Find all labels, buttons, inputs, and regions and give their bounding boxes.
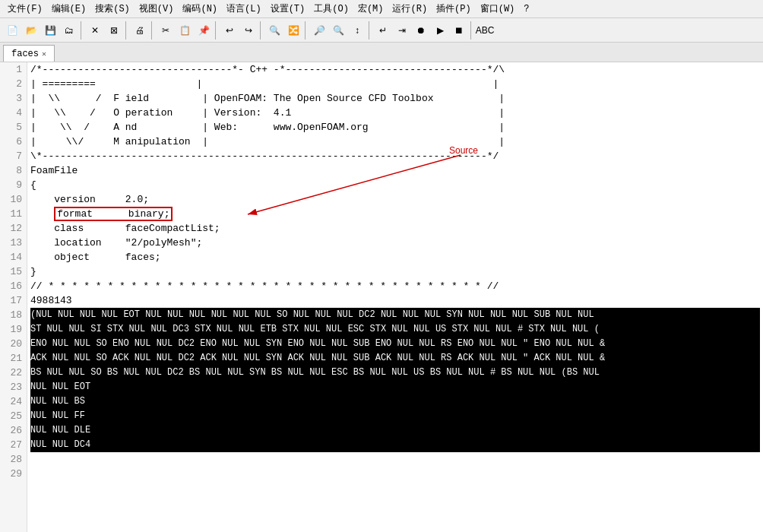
toolbar-close-all[interactable]: ⊠ bbox=[105, 21, 123, 40]
line-num-7: 7 bbox=[5, 149, 22, 163]
code-line-7: \*--------------------------------------… bbox=[30, 149, 760, 163]
code-line-29: NUL NUL DC4 bbox=[30, 438, 760, 452]
line-num-23: 23 bbox=[5, 380, 22, 394]
sep8 bbox=[470, 21, 473, 40]
code-line-20: (NUL NUL NUL NUL EOT NUL NUL NUL NUL NUL… bbox=[30, 308, 760, 322]
tab-close-button[interactable]: ✕ bbox=[42, 49, 46, 59]
toolbar-find[interactable]: 🔍 bbox=[265, 21, 283, 40]
line-num-25: 25 bbox=[5, 409, 22, 423]
toolbar-macro-play[interactable]: ▶ bbox=[431, 21, 449, 40]
line-num-21: 21 bbox=[5, 351, 22, 366]
format-boxed: format binary; bbox=[54, 207, 173, 221]
toolbar-save[interactable]: 💾 bbox=[41, 21, 59, 40]
menu-settings[interactable]: 设置(T) bbox=[266, 1, 310, 17]
toolbar-close[interactable]: ✕ bbox=[86, 21, 104, 40]
code-line-1: /*--------------------------------*- C++… bbox=[30, 62, 760, 77]
line-num-27: 27 bbox=[5, 438, 22, 452]
line-num-13: 13 bbox=[5, 236, 22, 250]
code-line-28: NUL NUL DLE bbox=[30, 423, 760, 438]
sep3 bbox=[151, 21, 154, 40]
code-line-25: NUL NUL EOT bbox=[30, 380, 760, 394]
tab-label: faces bbox=[11, 49, 39, 59]
toolbar-print[interactable]: 🖨 bbox=[131, 21, 149, 40]
menu-edit[interactable]: 编辑(E) bbox=[47, 1, 91, 17]
toolbar-save-all[interactable]: 🗂 bbox=[60, 21, 78, 40]
line-num-18: 18 bbox=[5, 308, 22, 322]
code-line-3: | \\ / F ield | OpenFOAM: The Open Sourc… bbox=[30, 91, 760, 106]
code-line-26: NUL NUL BS bbox=[30, 394, 760, 409]
format-pre bbox=[30, 208, 54, 220]
code-line-22: ENO NUL NUL SO ENO NUL NUL DC2 ENO NUL N… bbox=[30, 337, 760, 351]
code-line-9: { bbox=[30, 178, 760, 192]
code-line-14: object faces; bbox=[30, 250, 760, 264]
code-line-13: location "2/polyMesh"; bbox=[30, 236, 760, 250]
menu-run[interactable]: 运行(R) bbox=[388, 1, 432, 17]
line-num-9: 9 bbox=[5, 178, 22, 192]
menubar: 文件(F) 编辑(E) 搜索(S) 视图(V) 编码(N) 语言(L) 设置(T… bbox=[0, 0, 763, 18]
toolbar-redo[interactable]: ↪ bbox=[239, 21, 258, 40]
toolbar-zoom-in[interactable]: 🔎 bbox=[310, 21, 328, 40]
toolbar-copy[interactable]: 📋 bbox=[176, 21, 194, 40]
toolbar-sync-scroll[interactable]: ↕ bbox=[348, 21, 366, 40]
code-line-12: class faceCompactList; bbox=[30, 221, 760, 236]
menu-help[interactable]: ? bbox=[519, 2, 533, 16]
menu-search[interactable]: 搜索(S) bbox=[90, 1, 135, 17]
code-line-10: version 2.0; bbox=[30, 192, 760, 207]
line-num-2: 2 bbox=[5, 77, 22, 91]
code-line-2: | ========= | | bbox=[30, 77, 760, 91]
editor-wrapper: /*--------------------------------*- C++… bbox=[27, 62, 763, 532]
sep7 bbox=[369, 21, 372, 40]
toolbar-zoom-out[interactable]: 🔍 bbox=[329, 21, 347, 40]
line-num-20: 20 bbox=[5, 337, 22, 351]
line-num-24: 24 bbox=[5, 394, 22, 409]
line-num-5: 5 bbox=[5, 120, 22, 135]
toolbar-macro-record[interactable]: ⏺ bbox=[412, 21, 430, 40]
toolbar-abc[interactable]: ABC bbox=[476, 21, 494, 40]
toolbar-undo[interactable]: ↩ bbox=[220, 21, 239, 40]
sep6 bbox=[305, 21, 308, 40]
line-num-8: 8 bbox=[5, 163, 22, 178]
menu-file[interactable]: 文件(F) bbox=[3, 1, 47, 17]
toolbar-open[interactable]: 📂 bbox=[22, 21, 40, 40]
code-line-23: ACK NUL NUL SO ACK NUL NUL DC2 ACK NUL N… bbox=[30, 351, 760, 366]
sep4 bbox=[215, 21, 218, 40]
line-num-17: 17 bbox=[5, 293, 22, 308]
menu-view[interactable]: 视图(V) bbox=[135, 1, 179, 17]
menu-window[interactable]: 窗口(W) bbox=[476, 1, 520, 17]
toolbar-paste[interactable]: 📌 bbox=[195, 21, 213, 40]
line-num-16: 16 bbox=[5, 279, 22, 293]
code-line-15: } bbox=[30, 264, 760, 279]
menu-language[interactable]: 语言(L) bbox=[222, 1, 266, 17]
tabbar: faces ✕ bbox=[0, 43, 763, 62]
line-num-11: 11 bbox=[5, 207, 22, 221]
toolbar-replace[interactable]: 🔀 bbox=[284, 21, 302, 40]
sep5 bbox=[260, 21, 263, 40]
line-num-22: 22 bbox=[5, 366, 22, 380]
line-num-14: 14 bbox=[5, 250, 22, 264]
sep2 bbox=[125, 21, 128, 40]
menu-encoding[interactable]: 编码(N) bbox=[178, 1, 222, 17]
code-line-24: BS NUL NUL SO BS NUL NUL DC2 BS NUL NUL … bbox=[30, 366, 760, 380]
code-line-4: | \\ / O peration | Version: 4.1 | bbox=[30, 106, 760, 120]
toolbar-new[interactable]: 📄 bbox=[3, 21, 21, 40]
line-num-4: 4 bbox=[5, 106, 22, 120]
code-line-27: NUL NUL FF bbox=[30, 409, 760, 423]
code-line-19: 4988143 bbox=[30, 293, 760, 308]
code-area[interactable]: /*--------------------------------*- C++… bbox=[27, 62, 763, 452]
code-line-8: FoamFile bbox=[30, 163, 760, 178]
toolbar-wrap[interactable]: ↵ bbox=[374, 21, 392, 40]
line-num-10: 10 bbox=[5, 192, 22, 207]
line-num-12: 12 bbox=[5, 221, 22, 236]
menu-tools[interactable]: 工具(O) bbox=[309, 1, 353, 17]
toolbar-macro-stop[interactable]: ⏹ bbox=[450, 21, 468, 40]
line-num-3: 3 bbox=[5, 91, 22, 106]
menu-macro[interactable]: 宏(M) bbox=[353, 1, 388, 17]
tab-faces[interactable]: faces ✕ bbox=[3, 45, 55, 62]
toolbar-cut[interactable]: ✂ bbox=[157, 21, 175, 40]
code-line-6: | \\/ M anipulation | | bbox=[30, 135, 760, 149]
toolbar-indent[interactable]: ⇥ bbox=[393, 21, 411, 40]
line-num-1: 1 bbox=[5, 62, 22, 77]
line-num-29: 29 bbox=[5, 467, 22, 481]
menu-plugins[interactable]: 插件(P) bbox=[432, 1, 476, 17]
line-num-26: 26 bbox=[5, 423, 22, 438]
